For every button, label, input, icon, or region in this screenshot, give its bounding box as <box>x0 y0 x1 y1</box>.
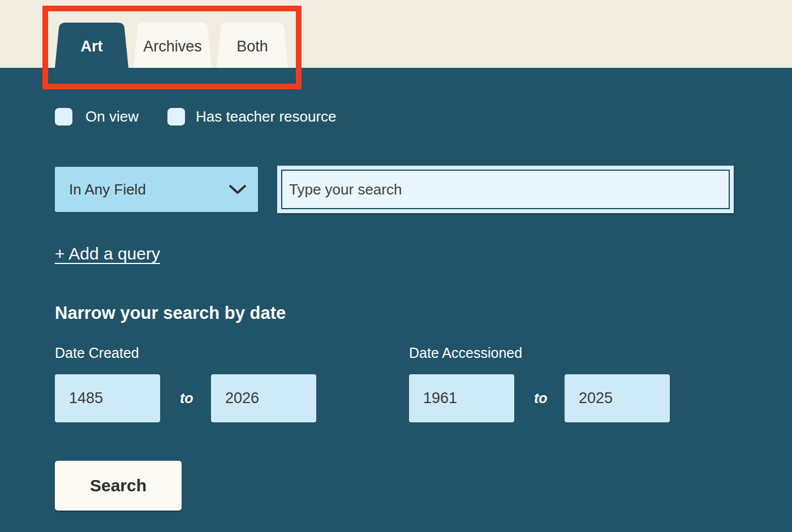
on-view-checkbox[interactable] <box>55 108 72 126</box>
collection-tabs: Art Archives Both <box>55 23 288 68</box>
search-button[interactable]: Search <box>55 461 182 511</box>
add-query-link[interactable]: + Add a query <box>55 244 160 263</box>
on-view-label: On view <box>85 108 139 126</box>
field-select-value: In Any Field <box>69 181 146 198</box>
date-accessioned-to-label: to <box>534 390 548 406</box>
has-teacher-resource-checkbox[interactable] <box>167 108 185 126</box>
tab-bar-background: Art Archives Both <box>0 0 792 68</box>
has-teacher-resource-label: Has teacher resource <box>196 108 337 126</box>
tab-both[interactable]: Both <box>217 23 288 68</box>
tab-art-label: Art <box>81 38 103 55</box>
tab-art[interactable]: Art <box>55 23 128 68</box>
advanced-search-page: Art Archives Both On view Has teacher re… <box>0 0 792 532</box>
chevron-down-icon <box>229 184 247 195</box>
tab-archives-label: Archives <box>143 38 202 55</box>
date-accessioned-from-input[interactable] <box>409 374 514 422</box>
date-created-to-input[interactable] <box>211 374 316 422</box>
tab-both-label: Both <box>236 38 268 55</box>
date-created-to-label: to <box>180 390 193 406</box>
search-input[interactable] <box>281 170 730 209</box>
date-accessioned-to-input[interactable] <box>565 374 670 422</box>
date-created-label: Date Created <box>55 345 139 361</box>
date-section-heading: Narrow your search by date <box>55 303 286 323</box>
tab-archives[interactable]: Archives <box>134 23 212 68</box>
date-accessioned-label: Date Accessioned <box>409 345 522 361</box>
search-input-wrapper <box>277 166 734 213</box>
date-created-from-input[interactable] <box>55 374 160 422</box>
field-select[interactable]: In Any Field <box>55 167 258 212</box>
